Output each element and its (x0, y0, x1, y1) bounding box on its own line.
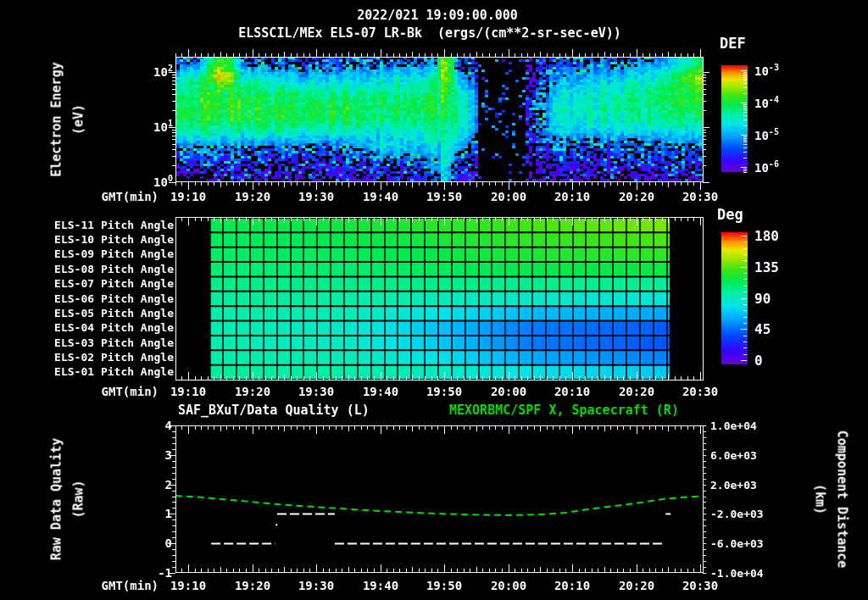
time-tick-label: 19:40 (360, 190, 401, 203)
time-tick-label: 19:10 (168, 385, 209, 398)
quality-tick-label: 1 (138, 507, 172, 520)
deg-colorbar-title: Deg (717, 207, 743, 224)
bottom-panel-title-left: SAF_BXuT/Data Quality (L) (178, 403, 370, 418)
time-tick-label: 19:30 (296, 190, 337, 203)
deg-tick-label: 180 (754, 228, 779, 244)
def-colorbar-title: DEF (720, 36, 746, 53)
title-datetime: 2022/021 19:09:00.000 (357, 8, 518, 23)
bottom-panel-title-right: MEXORBMC/SPF X, Spacecraft (R) (449, 403, 679, 418)
time-tick-label: 20:00 (488, 190, 529, 203)
deg-tick-label: 135 (754, 259, 779, 275)
time-tick-label: 20:30 (680, 190, 721, 203)
time-tick-label: 20:00 (488, 579, 529, 592)
time-tick-label: 20:10 (552, 579, 593, 592)
deg-tick-label: 0 (754, 353, 763, 369)
gmt-label-top: GMT(min) (91, 190, 159, 203)
time-tick-label: 20:10 (552, 385, 593, 398)
distance-tick-label: -2.0e+03 (710, 508, 764, 520)
gmt-label-middle: GMT(min) (91, 385, 159, 398)
time-tick-label: 19:30 (296, 385, 337, 398)
quality-tick-label: 3 (138, 448, 172, 462)
energy-tick-label: 100 (122, 174, 173, 189)
pitch-row-label: ELS-02 Pitch Angle (47, 351, 174, 364)
time-tick-label: 19:20 (232, 579, 273, 592)
time-tick-label: 19:40 (360, 385, 401, 398)
component-distance-axis-label: Component Distance (km) (810, 431, 853, 569)
plot-stage: 2022/021 19:09:00.000 ELSSCIL/MEx ELS-07… (0, 0, 868, 600)
time-tick-label: 19:20 (232, 190, 273, 203)
time-tick-label: 20:20 (616, 385, 657, 398)
raw-data-quality-axis-label: Raw Data Quality (Raw) (47, 438, 90, 561)
energy-tick-label: 102 (122, 64, 173, 79)
def-tick-label: 10-3 (754, 63, 805, 78)
time-tick-label: 19:50 (424, 385, 465, 398)
def-tick-label: 10-4 (754, 95, 805, 110)
quality-tick-label: -1 (138, 566, 172, 580)
pitch-row-label: ELS-08 Pitch Angle (47, 263, 174, 275)
energy-tick-label: 101 (122, 119, 173, 134)
time-tick-label: 19:50 (424, 579, 465, 592)
deg-tick-label: 45 (754, 321, 771, 337)
time-tick-label: 20:20 (616, 190, 657, 203)
time-tick-label: 20:10 (552, 190, 593, 203)
pitch-row-label: ELS-01 Pitch Angle (47, 365, 174, 378)
pitch-row-label: ELS-04 Pitch Angle (47, 321, 174, 334)
time-tick-label: 19:40 (360, 579, 401, 592)
time-tick-label: 20:20 (616, 579, 657, 592)
pitch-row-label: ELS-11 Pitch Angle (47, 219, 174, 231)
deg-tick-label: 90 (754, 291, 771, 307)
def-tick-label: 10-5 (754, 127, 805, 142)
time-tick-label: 19:30 (296, 579, 337, 592)
distance-tick-label: 6.0e+03 (710, 449, 757, 462)
gmt-label-bottom: GMT(min) (91, 579, 159, 592)
pitch-row-label: ELS-09 Pitch Angle (47, 247, 174, 260)
pitch-row-label: ELS-06 Pitch Angle (47, 292, 174, 305)
pitch-row-label: ELS-03 Pitch Angle (47, 336, 174, 349)
time-tick-label: 19:50 (424, 190, 465, 203)
distance-tick-label: 1.0e+04 (710, 419, 757, 432)
def-tick-label: 10-6 (754, 159, 805, 175)
quality-tick-label: 2 (138, 478, 172, 492)
time-tick-label: 20:30 (680, 579, 721, 592)
time-tick-label: 20:00 (488, 385, 529, 398)
pitch-row-label: ELS-05 Pitch Angle (47, 307, 174, 319)
time-tick-label: 19:10 (168, 190, 209, 203)
pitch-row-label: ELS-10 Pitch Angle (47, 233, 174, 246)
time-tick-label: 20:30 (680, 385, 721, 398)
distance-tick-label: -1.0e+04 (710, 567, 764, 580)
title-instrument-units: ELSSCIL/MEx ELS-07 LR-Bk (ergs/(cm**2-sr… (238, 26, 621, 41)
time-tick-label: 19:10 (168, 579, 209, 592)
distance-tick-label: 2.0e+03 (710, 479, 757, 492)
quality-tick-label: 4 (138, 419, 172, 432)
distance-tick-label: -6.0e+03 (710, 537, 764, 550)
time-tick-label: 19:20 (232, 385, 273, 398)
pitch-row-label: ELS-07 Pitch Angle (47, 277, 174, 290)
electron-energy-axis-label: Electron Energy (eV) (47, 62, 90, 176)
quality-tick-label: 0 (138, 536, 172, 550)
